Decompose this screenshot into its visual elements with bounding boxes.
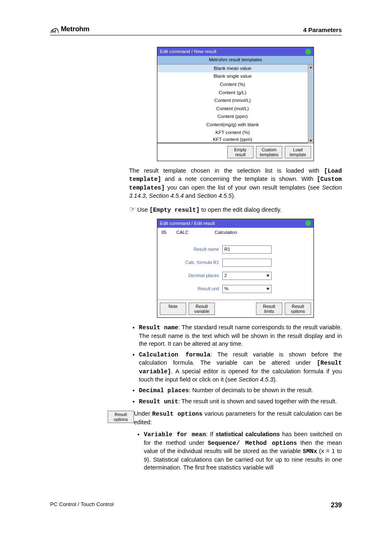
bullet-item: Variable for mean: If statistical calcul…	[144, 430, 342, 472]
scrollbar[interactable]: ▴ ▾	[308, 65, 314, 143]
close-icon[interactable]	[305, 220, 311, 226]
bullet-list: Variable for mean: If statistical calcul…	[134, 430, 342, 472]
page-number: 239	[331, 501, 342, 510]
bullet-item: Result unit: The result unit is shown an…	[139, 398, 342, 406]
brand-name: Metrohm	[61, 25, 90, 34]
bullet-item: Result name: The standard result name co…	[139, 324, 342, 348]
panel-edit-result: Edit command / Edit result 05 CALC Calcu…	[157, 219, 314, 318]
list-item[interactable]: Content (ppm)	[157, 113, 308, 121]
result-unit-label: Result unit	[161, 286, 219, 292]
panel-title-text: Edit command / Edit result	[160, 220, 215, 227]
margin-result-options-button[interactable]: Result options	[108, 411, 134, 423]
list-item[interactable]: KFT content (%)	[157, 129, 308, 137]
chapter-title: 4 Parameters	[303, 26, 342, 34]
scroll-thumb[interactable]	[309, 70, 313, 138]
bullet-item: Calculation formula: The result variable…	[139, 351, 342, 384]
decimal-places-select[interactable]: 2	[222, 272, 272, 280]
panel-titlebar: Edit command / Edit result	[157, 219, 314, 228]
list-item[interactable]: KFT content (ppm)	[157, 137, 308, 143]
result-unit-select[interactable]: %	[222, 285, 272, 293]
brand-logo-icon	[50, 28, 59, 34]
calc-formula-label: Calc. formula R1	[161, 259, 219, 266]
result-options-button[interactable]: Result options	[285, 303, 311, 315]
load-template-button[interactable]: Load template	[285, 146, 311, 158]
list-item[interactable]: Blank single value	[157, 72, 308, 81]
template-list[interactable]: Blank mean value Blank single value Cont…	[157, 65, 308, 143]
result-limits-button[interactable]: Result limits	[256, 303, 282, 315]
bullet-item: Decimal places: Number of decimals to be…	[139, 386, 342, 395]
decimal-places-label: Decimal places	[161, 273, 219, 279]
panel-subhead: Metrohm result templates	[157, 56, 314, 65]
empty-result-button[interactable]: Empty result	[227, 146, 254, 158]
panel-new-result: Edit command / New result Metrohm result…	[157, 47, 314, 161]
bullet-list: Result name: The standard result name co…	[129, 324, 342, 406]
note-button[interactable]: Note	[160, 303, 186, 315]
list-item[interactable]: Content (mmol/L)	[157, 97, 308, 105]
custom-templates-button[interactable]: Custom templates	[256, 146, 282, 158]
pointing-hand-icon: ☞	[129, 205, 136, 213]
result-variable-button[interactable]: Result variable	[189, 303, 215, 315]
footer-left: PC Control / Touch Control	[50, 501, 113, 510]
list-item[interactable]: Content (g/L)	[157, 89, 308, 97]
result-name-label: Result name	[161, 246, 219, 252]
result-name-input[interactable]: R1	[222, 245, 272, 254]
page-footer: PC Control / Touch Control 239	[50, 501, 342, 510]
scroll-down-icon[interactable]: ▾	[308, 138, 314, 143]
brand: Metrohm	[50, 25, 90, 34]
hint-line: ☞Use [Empty result] to open the edit dia…	[129, 204, 342, 215]
paragraph: Under Result options various parameters …	[134, 410, 342, 426]
close-icon[interactable]	[305, 49, 311, 55]
list-item[interactable]: Content (mol/L)	[157, 105, 308, 113]
list-item[interactable]: Content(mg/g) with blank	[157, 121, 308, 129]
panel-titlebar: Edit command / New result	[157, 47, 314, 56]
paragraph: The result template chosen in the select…	[129, 167, 342, 200]
scroll-up-icon[interactable]: ▴	[308, 65, 314, 69]
list-item[interactable]: Blank mean value	[157, 65, 308, 73]
calc-formula-input[interactable]	[222, 259, 272, 267]
page-header: Metrohm 4 Parameters	[50, 25, 342, 35]
list-item[interactable]: Content (%)	[157, 81, 308, 89]
command-line: 05 CALC Calculation	[157, 228, 314, 237]
panel-title-text: Edit command / New result	[160, 49, 216, 55]
